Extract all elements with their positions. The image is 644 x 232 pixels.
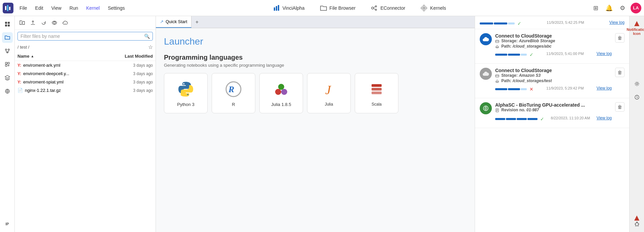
notif-delete-1[interactable]: 🗑 [615,68,625,77]
sidebar-ip-section: IP [2,219,13,229]
menu-file[interactable]: File [16,4,31,12]
notif-top-progress: ✓ [480,21,521,26]
svg-rect-26 [5,65,7,66]
svg-rect-18 [8,22,10,24]
notif-viewlog-1[interactable]: View log [597,86,612,91]
svg-point-30 [183,83,184,84]
progress-error-1: ✕ [529,86,533,92]
topbar-econnector[interactable]: EConnector [367,3,409,13]
topbar-kernels[interactable]: Kernels [417,3,449,13]
notif-progress-0: ✓ [495,52,533,57]
file-item-1[interactable]: Y: enviroment-deepcell.y... 3 days ago [15,69,156,78]
tab-add-button[interactable]: + [191,16,202,28]
sidebar-item-layers[interactable] [2,72,13,83]
bookmark-icon[interactable]: ☆ [148,44,153,50]
progress-seg-1-2 [508,88,520,90]
file-item-2[interactable]: Y: enviroment-spiat.yml 3 days ago [15,78,156,86]
file-header-name[interactable]: Name ▲ [17,54,125,59]
svg-rect-42 [497,47,498,48]
progress-seg-2-4 [527,118,538,120]
section-subtitle-0: Generating notebooks using a specific pr… [164,63,467,68]
menu-settings[interactable]: Settings [104,4,128,12]
progress-seg-0-2 [508,54,520,56]
progress-seg-3 [508,22,515,24]
svg-point-36 [281,89,287,95]
upload-button[interactable] [28,18,38,27]
sidebar-item-extensions[interactable] [2,59,13,70]
notif-path-0: Path: /cloud_storages/abc [495,44,612,49]
app-logo[interactable] [3,3,13,13]
notification-item-0: Connect to CloudStorage Storage: AzureBl… [475,29,629,64]
refresh-button[interactable] [39,18,48,27]
notif-top-viewlog[interactable]: View log [609,20,625,25]
sidebar-item-folder[interactable] [2,32,13,43]
topbar-file-browser[interactable]: File Browser [316,3,359,13]
file-header-modified[interactable]: Last Modified [125,54,153,59]
python-icon [176,80,195,99]
notif-delete-0[interactable]: 🗑 [615,33,625,43]
notif-footer-2: ✓ 8/22/2023, 11:10:20 AM View log [495,114,612,122]
launcher-area: Launcher Programming languages Generatin… [156,28,475,232]
svg-point-6 [372,7,374,9]
menu-view[interactable]: View [48,4,65,12]
file-list-header: Name ▲ Last Modified [15,52,156,61]
lang-card-r[interactable]: R R [212,73,255,113]
svg-rect-1 [7,5,8,11]
right-sidebar-bug[interactable] [632,219,642,229]
notif-storage-1: Storage: Amazon S3 [495,73,612,78]
new-folder-button[interactable] [17,18,27,27]
notification-icon-container: ▲ NotificationIcon [627,19,644,36]
menu-kernel[interactable]: Kernel [83,4,103,12]
preview-button[interactable] [50,18,59,27]
lang-card-julia-label: Julia 1.8.5 [271,102,291,107]
lang-card-r-label: R [232,102,235,107]
svg-point-35 [275,89,281,95]
file-path: / test / ☆ [15,43,156,52]
notif-viewlog-2[interactable]: View log [597,116,612,120]
scala-icon [367,80,386,99]
user-avatar[interactable]: LA [631,3,641,13]
julia-j-icon: J [319,80,338,99]
svg-point-21 [5,49,7,50]
settings-button[interactable]: ⚙ [617,3,628,13]
lang-card-julia[interactable]: Julia 1.8.5 [259,73,303,113]
notification-bell-button[interactable]: 🔔 [604,3,614,13]
sidebar-item-git[interactable] [2,46,13,56]
file-item-3[interactable]: 📄 nginx-1.22.1.tar.gz 3 days ago [15,86,156,95]
notification-icon-label: NotificationIcon [627,27,644,36]
right-sidebar-gear[interactable] [632,78,642,89]
lang-card-julia-j[interactable]: J Julia [307,73,351,113]
file-path-text: / test / [17,45,29,50]
file-search-input[interactable] [20,34,143,39]
topbar-vinci-alpha[interactable]: VinciAlpha [269,3,308,13]
notif-title-2: AlphaSC - BioTuring GPU-accelerated ... [495,102,612,108]
notification-item-1: Connect to CloudStorage Storage: Amazon … [475,64,629,98]
file-item-0[interactable]: Y: enviroment-ark.yml 3 days ago [15,61,156,69]
menu-edit[interactable]: Edit [32,4,47,12]
lang-card-python3[interactable]: Python 3 [164,73,208,113]
notif-title-0: Connect to CloudStorage [495,33,612,39]
storage-value-1: Amazon S3 [519,73,541,78]
sidebar-item-ip[interactable]: IP [2,219,13,229]
sidebar-item-network[interactable] [2,86,13,97]
tab-quick-start[interactable]: ↗ Quick Start [156,16,191,28]
notification-item-top: ✓ 11/9/2023, 5:42:25 PM View log [475,16,629,29]
sidebar-item-grid[interactable] [2,19,13,30]
progress-bar [480,22,515,24]
notif-title-1: Connect to CloudStorage [495,68,612,73]
menu-run[interactable]: Run [66,4,82,12]
grid-button[interactable]: ⊞ [590,3,601,13]
svg-rect-19 [5,24,7,26]
file-item-name-3: nginx-1.22.1.tar.gz [25,88,131,93]
lang-card-scala[interactable]: Scala [355,73,398,113]
notif-content-1: Connect to CloudStorage Storage: Amazon … [495,68,612,92]
ip-label: IP [5,222,9,226]
notif-delete-2[interactable]: 🗑 [615,102,625,112]
cloud-button[interactable] [60,18,70,27]
notif-viewlog-0[interactable]: View log [597,51,612,56]
notif-footer-0: ✓ 11/9/2023, 5:41:00 PM View log [495,50,612,57]
julia-icon [272,80,291,99]
notif-content-2: AlphaSC - BioTuring GPU-accelerated ... … [495,102,612,122]
notif-cloud-icon-0 [480,33,492,45]
right-sidebar-clock[interactable] [632,92,642,103]
